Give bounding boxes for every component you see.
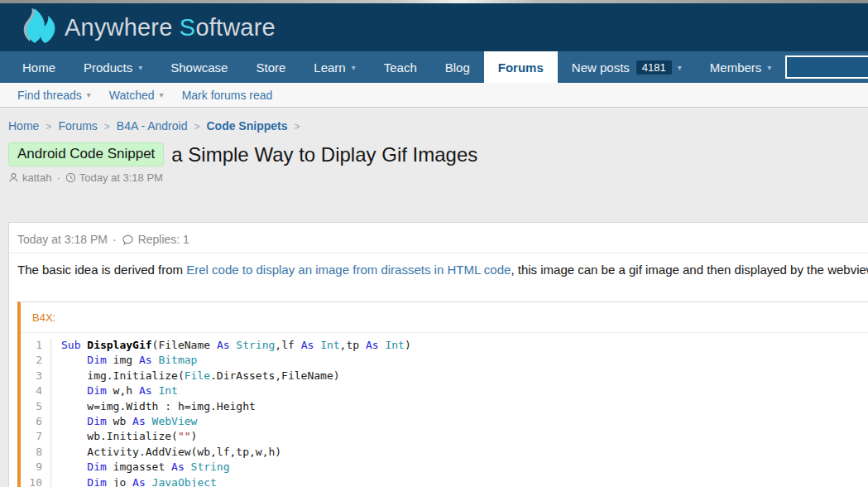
- nav-item-forums[interactable]: Forums: [484, 51, 558, 83]
- code-text: wb.Initialize(""): [50, 429, 197, 444]
- secondary-nav: Find threads▾Watched▾Mark forums read: [0, 83, 868, 108]
- breadcrumb-separator-icon: >: [194, 121, 199, 133]
- chevron-down-icon: ▾: [352, 63, 356, 72]
- nav-item-learn[interactable]: Learn▾: [300, 51, 369, 83]
- nav-item-label: Showcase: [170, 60, 228, 75]
- chevron-down-icon: ▾: [138, 63, 142, 72]
- code-line: 10 Dim jo As JavaObject: [21, 475, 868, 487]
- breadcrumb-separator-icon: >: [104, 121, 110, 133]
- code-line: 1Sub DisplayGif(FileName As String,lf As…: [21, 338, 868, 353]
- person-icon: [8, 172, 19, 183]
- line-number: 4: [21, 383, 50, 398]
- line-number: 3: [21, 369, 50, 383]
- line-number: 9: [21, 460, 50, 475]
- post-body: The basic idea is derived from Erel code…: [9, 253, 868, 277]
- subnav-item-label: Watched: [109, 89, 155, 102]
- line-number: 8: [21, 445, 50, 460]
- nav-item-home[interactable]: Home: [8, 51, 70, 83]
- code-text: w=img.Width : h=img.Height: [50, 399, 256, 414]
- nav-item-members[interactable]: Members▾: [696, 51, 786, 83]
- speech-bubble-icon: [122, 234, 134, 246]
- nav-item-label: Blog: [445, 60, 470, 75]
- chevron-down-icon: ▾: [87, 90, 91, 99]
- code-text: Activity.AddView(wb,lf,tp,w,h): [50, 445, 281, 460]
- post-body-text: , this image can be a gif image and then…: [511, 263, 868, 277]
- nav-item-store[interactable]: Store: [242, 51, 300, 83]
- page-content: Home>Forums>B4A - Android>Code Snippets>…: [0, 108, 868, 487]
- thread-date: Today at 3:18 PM: [79, 171, 163, 184]
- code-lines[interactable]: 1Sub DisplayGif(FileName As String,lf As…: [21, 332, 868, 487]
- nav-item-label: New posts: [572, 60, 630, 75]
- line-number: 5: [21, 399, 50, 414]
- nav-item-new-posts[interactable]: New posts4181▾: [558, 51, 696, 83]
- post-replies-count: Replies: 1: [138, 233, 189, 246]
- code-line: 3 img.Initialize(File.DirAssets,FileName…: [21, 369, 868, 383]
- breadcrumb-item-forums[interactable]: Forums: [58, 119, 97, 133]
- code-line: 4 Dim w,h As Int: [21, 383, 868, 398]
- line-number: 7: [21, 429, 50, 444]
- subnav-item-watched[interactable]: Watched▾: [100, 89, 173, 102]
- line-number: 6: [21, 414, 50, 429]
- code-text: Dim jo As JavaObject: [50, 475, 217, 487]
- code-language-label: B4X:: [21, 302, 868, 332]
- brand-logo[interactable]: Anywhere Software: [0, 8, 276, 46]
- code-block: B4X: 1Sub DisplayGif(FileName As String,…: [17, 301, 868, 487]
- nav-item-blog[interactable]: Blog: [431, 51, 484, 83]
- code-text: Sub DisplayGif(FileName As String,lf As …: [50, 338, 411, 353]
- breadcrumb-item-home[interactable]: Home: [8, 119, 39, 133]
- code-text: Dim wb As WebView: [50, 414, 197, 429]
- page-title: a Simple Way to Diplay Gif Images: [171, 143, 477, 166]
- thread-prefix-badge[interactable]: Android Code Snippet: [8, 142, 164, 166]
- nav-item-label: Forums: [498, 60, 544, 75]
- breadcrumb-separator-icon: >: [46, 121, 51, 133]
- subnav-item-label: Mark forums read: [182, 89, 273, 102]
- code-line: 9 Dim imgasset As String: [21, 460, 868, 475]
- brand-name: Anywhere Software: [65, 14, 276, 41]
- nav-item-label: Learn: [314, 60, 345, 75]
- code-line: 2 Dim img As Bitmap: [21, 353, 868, 368]
- nav-item-label: Members: [710, 60, 762, 75]
- subnav-item-label: Find threads: [17, 89, 82, 102]
- nav-item-products[interactable]: Products▾: [70, 51, 156, 83]
- breadcrumb-item-code-snippets[interactable]: Code Snippets: [206, 119, 287, 133]
- meta-separator: ·: [113, 233, 117, 246]
- nav-item-label: Products: [84, 60, 132, 75]
- primary-nav: HomeProducts▾ShowcaseStoreLearn▾TeachBlo…: [0, 51, 868, 83]
- line-number: 2: [21, 353, 50, 368]
- breadcrumb-item-b4a-android[interactable]: B4A - Android: [117, 119, 188, 133]
- nav-item-label: Home: [22, 60, 55, 75]
- line-number: 1: [21, 338, 50, 353]
- nav-item-label: Store: [256, 60, 285, 75]
- chevron-down-icon: ▾: [767, 63, 771, 72]
- nav-item-label: Teach: [384, 60, 417, 75]
- code-text: img.Initialize(File.DirAssets,FileName): [50, 369, 340, 383]
- nav-item-showcase[interactable]: Showcase: [156, 51, 242, 83]
- thread-header: Android Code Snippet a Simple Way to Dip…: [8, 142, 868, 166]
- search-input[interactable]: [785, 55, 868, 79]
- code-line: 7 wb.Initialize(""): [21, 429, 868, 444]
- post-meta: Today at 3:18 PM · Replies: 1: [9, 223, 868, 253]
- post-card: Today at 3:18 PM · Replies: 1 The basic …: [8, 222, 868, 487]
- meta-separator: ·: [56, 171, 60, 184]
- thread-author-link[interactable]: kattah: [22, 171, 51, 184]
- code-line: 8 Activity.AddView(wb,lf,tp,w,h): [21, 445, 868, 460]
- primary-nav-items: HomeProducts▾ShowcaseStoreLearn▾TeachBlo…: [8, 51, 785, 83]
- line-number: 10: [21, 475, 50, 487]
- clock-icon: [65, 172, 76, 183]
- post-body-text: The basic idea is derived from: [17, 263, 186, 277]
- subnav-item-find-threads[interactable]: Find threads▾: [8, 89, 100, 102]
- code-text: Dim img As Bitmap: [50, 353, 197, 368]
- chevron-down-icon: ▾: [160, 90, 164, 99]
- thread-meta: kattah · Today at 3:18 PM: [8, 171, 868, 184]
- code-text: Dim w,h As Int: [50, 383, 178, 398]
- post-body-link[interactable]: Erel code to display an image from diras…: [186, 263, 511, 277]
- code-text: Dim imgasset As String: [50, 460, 230, 475]
- flame-logo-icon: [22, 8, 70, 46]
- post-date-link[interactable]: Today at 3:18 PM: [17, 233, 108, 246]
- subnav-item-mark-forums-read[interactable]: Mark forums read: [173, 89, 282, 102]
- chevron-down-icon: ▾: [678, 63, 682, 72]
- code-line: 6 Dim wb As WebView: [21, 414, 868, 429]
- site-header: Anywhere Software: [0, 3, 868, 51]
- nav-item-teach[interactable]: Teach: [370, 51, 431, 83]
- new-posts-count-badge: 4181: [636, 60, 672, 75]
